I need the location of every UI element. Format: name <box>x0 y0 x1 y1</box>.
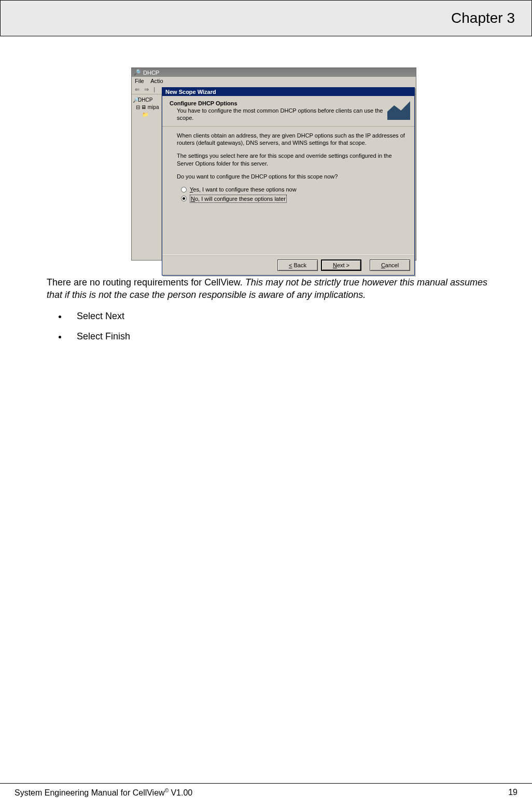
wizard-paragraph-2: The settings you select here are for thi… <box>177 152 406 168</box>
wizard-button-row: < Back Next > Cancel <box>162 255 414 275</box>
body-paragraph-plain: There are no routing requirements for Ce… <box>47 277 245 287</box>
console-tree: 🔎DHCP ⊟🖥 mipa 📁 <box>132 94 162 260</box>
wizard-header: Configure DHCP Options You have to confi… <box>162 96 414 127</box>
step-item-1: Select Next <box>67 311 501 322</box>
radio-yes-label: Yes, I want to configure these options n… <box>190 186 297 194</box>
console-menu-bar: File Actio <box>132 77 416 85</box>
steps-list: Select Next Select Finish <box>67 311 501 342</box>
step-item-2: Select Finish <box>67 331 501 342</box>
tree-folder[interactable]: 📁 <box>133 111 160 118</box>
wizard-subheading: You have to configure the most common DH… <box>177 107 383 122</box>
console-title-bar: 🔎 DHCP <box>132 68 416 77</box>
screenshot-figure: 🔎 DHCP File Actio ⇐ ⇒ | 🔎DHCP ⊟🖥 mipa 📁 <box>47 67 501 261</box>
console-icon: 🔎 <box>134 69 141 76</box>
toolbar-divider: | <box>153 86 155 92</box>
chapter-header: Chapter 3 <box>0 0 532 36</box>
back-button[interactable]: < Back <box>277 259 318 271</box>
wizard-paragraph-1: When clients obtain an address, they are… <box>177 132 406 147</box>
page-footer: System Engineering Manual for CellView© … <box>0 783 532 798</box>
menu-action[interactable]: Actio <box>150 78 163 84</box>
wizard-body: When clients obtain an address, they are… <box>162 127 414 255</box>
wizard-title-bar: New Scope Wizard <box>162 88 414 96</box>
next-button[interactable]: Next > <box>321 259 361 271</box>
radio-yes-option[interactable]: Yes, I want to configure these options n… <box>181 186 406 194</box>
back-icon[interactable]: ⇐ <box>135 86 139 92</box>
dhcp-console-window: 🔎 DHCP File Actio ⇐ ⇒ | 🔎DHCP ⊟🖥 mipa 📁 <box>131 67 416 261</box>
new-scope-wizard-dialog: New Scope Wizard Configure DHCP Options … <box>162 87 415 276</box>
tree-root[interactable]: 🔎DHCP <box>133 97 160 104</box>
radio-icon-selected <box>181 196 187 201</box>
tree-server[interactable]: ⊟🖥 mipa <box>133 104 160 111</box>
radio-icon <box>181 187 187 193</box>
console-title: DHCP <box>143 70 159 76</box>
body-paragraph: There are no routing requirements for Ce… <box>47 276 501 302</box>
chapter-title: Chapter 3 <box>451 10 515 26</box>
forward-icon[interactable]: ⇒ <box>144 86 149 92</box>
cancel-button[interactable]: Cancel <box>370 259 410 271</box>
footer-left: System Engineering Manual for CellView© … <box>15 788 192 798</box>
radio-no-label: No, I will configure these options later <box>190 195 287 203</box>
wizard-paragraph-3: Do you want to configure the DHCP option… <box>177 173 406 181</box>
menu-file[interactable]: File <box>135 78 144 84</box>
wizard-banner-icon <box>387 99 410 120</box>
wizard-heading: Configure DHCP Options <box>170 100 237 106</box>
page-number: 19 <box>508 788 517 798</box>
radio-no-option[interactable]: No, I will configure these options later <box>181 195 406 203</box>
